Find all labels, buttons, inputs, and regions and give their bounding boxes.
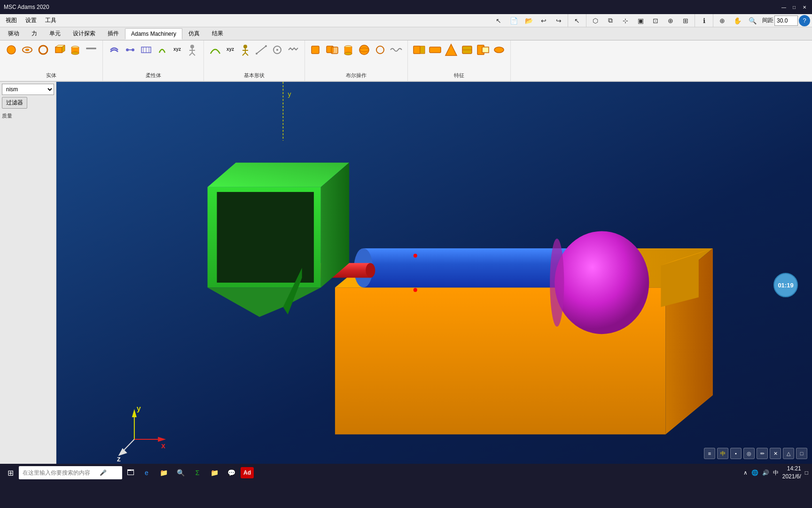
toolbar-wire-icon[interactable]: ⊡ <box>648 14 663 28</box>
taskbar-wechat-app[interactable]: 💬 <box>224 466 239 479</box>
toolbar-zoom-icon[interactable]: 🔍 <box>745 14 759 28</box>
tab-design-explore[interactable]: 设计探索 <box>67 27 102 40</box>
solid-sphere-icon[interactable] <box>4 42 19 57</box>
toolbar-hand-icon[interactable]: ✋ <box>730 14 744 28</box>
flex-icon-1[interactable] <box>107 42 122 57</box>
taskbar-excel-app[interactable]: Σ <box>190 466 205 479</box>
toolbar-3d-icon[interactable]: ⬡ <box>588 14 602 28</box>
tab-drive[interactable]: 驱动 <box>2 27 25 40</box>
feat-icon-6[interactable] <box>492 42 507 57</box>
solid-torus-icon[interactable] <box>20 42 35 57</box>
bool-sphere-icon[interactable] <box>357 42 372 57</box>
taskbar-search[interactable]: 🎤 <box>19 466 122 479</box>
toolbar-copy-icon[interactable]: ⧉ <box>603 14 617 28</box>
svg-rect-10 <box>86 48 96 49</box>
maximize-button[interactable]: □ <box>790 4 798 10</box>
flex-person-icon[interactable] <box>185 42 200 57</box>
solid-cylinder-icon[interactable] <box>68 42 83 57</box>
minimize-button[interactable]: — <box>780 4 788 10</box>
clock-date: 2021/6/ <box>782 473 801 481</box>
solid-flat-icon[interactable] <box>84 42 99 57</box>
feat-icon-4[interactable] <box>460 42 475 57</box>
toolbar-redo-icon[interactable]: ↪ <box>552 14 566 28</box>
svg-rect-44 <box>429 47 441 53</box>
toolbar-box-icon[interactable]: ▣ <box>633 14 648 28</box>
tab-results[interactable]: 结果 <box>206 27 229 40</box>
toolbar-snap-icon[interactable]: ⊕ <box>664 14 678 28</box>
bool-circle-icon[interactable] <box>373 42 388 57</box>
toolbar-select-icon[interactable]: ↖ <box>492 14 506 28</box>
mic-icon: 🎤 <box>100 469 107 476</box>
feat-icon-1[interactable] <box>412 42 427 57</box>
taskbar-folder-app[interactable]: 📁 <box>207 466 222 479</box>
bottom-icon-1[interactable]: ≡ <box>704 448 715 459</box>
search-input[interactable] <box>23 469 98 476</box>
flex-icon-4[interactable] <box>155 42 170 57</box>
menu-view[interactable]: 视图 <box>2 16 21 25</box>
filter-button[interactable]: 过滤器 <box>2 97 27 109</box>
toolbar-move-icon[interactable]: ⊹ <box>618 14 632 28</box>
network-icon: 🌐 <box>751 469 758 476</box>
taskbar-explorer-app[interactable]: 📁 <box>156 466 171 479</box>
bottom-icon-3[interactable]: • <box>730 448 742 459</box>
tab-simulate[interactable]: 仿真 <box>182 27 206 40</box>
bottom-icon-4[interactable]: ◎ <box>743 448 755 459</box>
taskbar-search-app[interactable]: 🔍 <box>173 466 188 479</box>
tabs-bar: 驱动 力 单元 设计探索 插件 Adams Machinery 仿真 结果 <box>0 27 812 40</box>
flex-icon-3[interactable] <box>139 42 154 57</box>
tab-unit[interactable]: 单元 <box>43 27 67 40</box>
taskbar-ad-app[interactable]: Ad <box>241 467 254 478</box>
notification-icon: □ <box>805 469 808 476</box>
menu-settings[interactable]: 设置 <box>22 16 40 25</box>
bool-chain-icon[interactable] <box>389 42 404 57</box>
toolbar-open-icon[interactable]: 📂 <box>522 14 536 28</box>
solid-label: 实体 <box>46 71 56 79</box>
bool-box-icon[interactable] <box>325 42 340 57</box>
bottom-icon-5[interactable]: ✏ <box>757 448 768 459</box>
scene-svg: y <box>56 82 812 464</box>
bottom-icon-6[interactable]: ✕ <box>770 448 781 459</box>
sidebar-dropdown[interactable]: nism <box>2 84 54 95</box>
taskbar-edge-app[interactable]: e <box>139 466 154 479</box>
solid-ring-icon[interactable] <box>36 42 51 57</box>
bottom-icon-8[interactable]: □ <box>796 448 807 459</box>
feat-icon-2[interactable] <box>428 42 443 57</box>
tab-plugin[interactable]: 插件 <box>102 27 125 40</box>
svg-point-41 <box>376 46 384 54</box>
bool-union-icon[interactable] <box>309 42 324 57</box>
svg-point-9 <box>71 52 79 55</box>
basic-arc-icon[interactable] <box>208 42 223 57</box>
bottom-icon-7[interactable]: △ <box>783 448 794 459</box>
feat-icon-3[interactable] <box>444 42 459 57</box>
toolbar-measure-icon[interactable]: ⊕ <box>715 14 729 28</box>
tab-force[interactable]: 力 <box>25 27 43 40</box>
toolbar-cursor-icon[interactable]: ↖ <box>570 14 584 28</box>
flex-xyz-icon[interactable]: xyz <box>171 42 184 56</box>
flex-icon-2[interactable] <box>123 42 138 57</box>
basic-circle-icon[interactable] <box>270 42 285 57</box>
solid-box-icon[interactable] <box>52 42 67 57</box>
basic-line-icon[interactable] <box>254 42 269 57</box>
toolbar-info-icon[interactable]: ℹ <box>697 14 711 28</box>
bool-cylinder-icon[interactable] <box>341 42 356 57</box>
svg-point-18 <box>190 45 194 48</box>
basic-xyz-icon[interactable]: xyz <box>224 42 237 56</box>
svg-text:x: x <box>161 441 165 449</box>
toolbar-help-icon[interactable]: ? <box>799 15 810 26</box>
toolbar-grid-icon[interactable]: ⊞ <box>679 14 693 28</box>
start-icon[interactable]: ⊞ <box>4 466 17 479</box>
basic-chain-icon[interactable] <box>286 42 301 57</box>
bottom-icon-2[interactable]: 中 <box>717 448 728 459</box>
feat-icon-5[interactable] <box>476 42 491 57</box>
close-button[interactable]: ✕ <box>801 4 808 10</box>
window-controls: — □ ✕ <box>780 4 808 10</box>
toolbar-sep-3 <box>695 14 695 27</box>
distance-input[interactable] <box>774 16 798 26</box>
menu-tools[interactable]: 工具 <box>41 16 60 25</box>
toolbar-undo-icon[interactable]: ↩ <box>537 14 551 28</box>
3d-viewport[interactable]: lift_mechanism <box>56 82 812 464</box>
toolbar-new-icon[interactable]: 📄 <box>507 14 521 28</box>
task-view-icon[interactable]: 🗔 <box>124 466 137 479</box>
basic-person-icon[interactable] <box>238 42 253 57</box>
tab-adams-machinery[interactable]: Adams Machinery <box>125 28 182 40</box>
